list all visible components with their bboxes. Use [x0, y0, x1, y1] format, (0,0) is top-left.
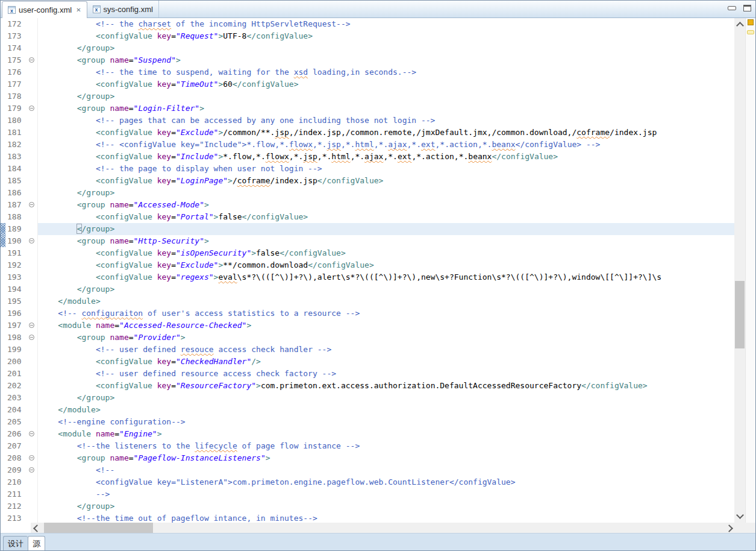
code-text[interactable]: <!-- <configValue key="Include">*.flow,*…: [38, 139, 734, 151]
code-line[interactable]: 198 <group name="Provider">: [1, 332, 734, 344]
tab-design[interactable]: 设计: [3, 536, 28, 550]
minimize-view-icon[interactable]: [728, 6, 736, 10]
code-text[interactable]: <!--engine configuration-->: [38, 416, 734, 428]
code-line[interactable]: 211 -->: [1, 488, 734, 500]
code-line[interactable]: 180 <!-- pages that can be accessed by a…: [1, 115, 734, 127]
code-text[interactable]: <configValue key="CheckedHandler"/>: [38, 356, 734, 368]
fold-column[interactable]: [28, 464, 38, 476]
vertical-scrollbar[interactable]: [734, 18, 745, 523]
fold-column[interactable]: [28, 54, 38, 66]
tab-sys-config-xml[interactable]: x sys-config.xml: [87, 1, 159, 17]
code-line[interactable]: 203 </group>: [1, 392, 734, 404]
code-line[interactable]: 193 <configValue key="regexs">eval\s*?\(…: [1, 271, 734, 283]
code-text[interactable]: </group>: [38, 500, 734, 512]
code-text[interactable]: -->: [38, 488, 734, 500]
code-text[interactable]: </group>: [38, 283, 734, 295]
code-text[interactable]: <configValue key="ResourceFactory">com.p…: [38, 380, 734, 392]
code-text[interactable]: <group name="Suspend">: [38, 54, 734, 66]
code-text[interactable]: </group>: [38, 223, 734, 235]
tab-source[interactable]: 源: [28, 536, 45, 550]
code-text[interactable]: <group name="Http-Security">: [38, 235, 734, 247]
code-line[interactable]: 194 </group>: [1, 283, 734, 295]
code-text[interactable]: <configValue key="LoginPage">/coframe/in…: [38, 175, 734, 187]
code-text[interactable]: <group name="Accessed-Mode">: [38, 199, 734, 211]
code-text[interactable]: <configValue key="TimeOut">60</configVal…: [38, 78, 734, 90]
collapse-icon[interactable]: [29, 431, 34, 436]
code-text[interactable]: <!-- user defined resouce access check h…: [38, 344, 734, 356]
horizontal-scrollbar[interactable]: [31, 523, 736, 533]
maximize-view-icon[interactable]: [743, 5, 751, 11]
code-line[interactable]: 186 </group>: [1, 187, 734, 199]
code-line[interactable]: 190 <group name="Http-Security">: [1, 235, 734, 247]
close-tab-icon[interactable]: ✕: [76, 7, 81, 13]
fold-column[interactable]: [28, 320, 38, 332]
code-text[interactable]: <module name="Accessed-Resource-Checked"…: [38, 320, 734, 332]
tab-user-config-xml[interactable]: x user-config.xml ✕: [2, 1, 87, 18]
code-text[interactable]: <!-- the charset of the incoming HttpSer…: [38, 18, 734, 30]
collapse-icon[interactable]: [29, 455, 34, 461]
collapse-icon[interactable]: [29, 57, 34, 63]
code-line[interactable]: 195 </module>: [1, 295, 734, 307]
code-text[interactable]: <configValue key="isOpenSecurity">false<…: [38, 247, 734, 259]
scroll-down-icon[interactable]: [736, 511, 744, 519]
code-line[interactable]: 209 <!--: [1, 464, 734, 476]
fold-column[interactable]: [28, 235, 38, 247]
code-text[interactable]: <group name="Login-Filter">: [38, 102, 734, 115]
code-line[interactable]: 187 <group name="Accessed-Mode">: [1, 199, 734, 211]
code-line[interactable]: 204 </module>: [1, 404, 734, 416]
horizontal-scrollbar-thumb[interactable]: [44, 523, 153, 533]
code-text[interactable]: <configValue key="ListenerA">com.primeto…: [38, 476, 734, 488]
code-line[interactable]: 191 <configValue key="isOpenSecurity">fa…: [1, 247, 734, 259]
code-line[interactable]: 192 <configValue key="Exclude">**/common…: [1, 259, 734, 271]
code-line[interactable]: 197 <module name="Accessed-Resource-Chec…: [1, 320, 734, 332]
code-line[interactable]: 212 </group>: [1, 500, 734, 512]
code-text[interactable]: </module>: [38, 295, 734, 307]
code-text[interactable]: <configValue key="Portal">false</configV…: [38, 211, 734, 223]
code-line[interactable]: 175 <group name="Suspend">: [1, 54, 734, 66]
code-text[interactable]: <!-- user defined resource access check …: [38, 368, 734, 380]
collapse-icon[interactable]: [29, 238, 34, 244]
collapse-icon[interactable]: [29, 467, 34, 473]
fold-column[interactable]: [28, 199, 38, 211]
scroll-right-icon[interactable]: [725, 524, 733, 532]
code-text[interactable]: <!-- the time to suspend, waiting for th…: [38, 66, 734, 78]
code-text[interactable]: <group name="Pageflow-InstanceListeners"…: [38, 452, 734, 464]
code-text[interactable]: <configValue key="regexs">eval\s*?\(([^\…: [38, 271, 734, 283]
code-line[interactable]: 176 <!-- the time to suspend, waiting fo…: [1, 66, 734, 78]
code-text[interactable]: <!-- the page to display when user not l…: [38, 163, 734, 175]
code-line[interactable]: 200 <configValue key="CheckedHandler"/>: [1, 356, 734, 368]
code-text[interactable]: <!-- configuraiton of user's access stat…: [38, 307, 734, 320]
code-line[interactable]: 207 <!--the listeners to the lifecycle o…: [1, 440, 734, 452]
collapse-icon[interactable]: [29, 335, 34, 340]
code-text[interactable]: <!--: [38, 464, 734, 476]
code-line[interactable]: 177 <configValue key="TimeOut">60</confi…: [1, 78, 734, 90]
code-line[interactable]: 183 <configValue key="Include">*.flow,*.…: [1, 151, 734, 163]
code-line[interactable]: 174 </group>: [1, 42, 734, 54]
code-text[interactable]: <!--the listeners to the lifecycle of pa…: [38, 440, 734, 452]
code-text[interactable]: <configValue key="Exclude">/common/**.js…: [38, 127, 734, 139]
code-text[interactable]: <configValue key="Exclude">**/common.dow…: [38, 259, 734, 271]
fold-column[interactable]: [28, 452, 38, 464]
code-line[interactable]: 213 <!--the time out of pageflow intance…: [1, 512, 734, 523]
spelling-marker[interactable]: [747, 30, 754, 34]
code-line[interactable]: 201 <!-- user defined resource access ch…: [1, 368, 734, 380]
vertical-scrollbar-thumb[interactable]: [735, 281, 745, 348]
scroll-up-icon[interactable]: [736, 22, 744, 30]
code-line[interactable]: 189 </group>: [1, 223, 734, 235]
code-text[interactable]: <configValue key="Request">UTF-8</config…: [38, 30, 734, 42]
code-line[interactable]: 173 <configValue key="Request">UTF-8</co…: [1, 30, 734, 42]
collapse-icon[interactable]: [29, 202, 34, 207]
code-text[interactable]: <configValue key="Include">*.flow,*.flow…: [38, 151, 734, 163]
code-text[interactable]: <!--the time out of pageflow intance, in…: [38, 512, 734, 523]
code-line[interactable]: 210 <configValue key="ListenerA">com.pri…: [1, 476, 734, 488]
collapse-icon[interactable]: [29, 323, 34, 328]
code-line[interactable]: 208 <group name="Pageflow-InstanceListen…: [1, 452, 734, 464]
code-line[interactable]: 196 <!-- configuraiton of user's access …: [1, 307, 734, 320]
code-text[interactable]: </group>: [38, 187, 734, 199]
occurrence-marker[interactable]: [748, 19, 754, 25]
code-line[interactable]: 188 <configValue key="Portal">false</con…: [1, 211, 734, 223]
code-line[interactable]: 178 </group>: [1, 90, 734, 102]
code-line[interactable]: 184 <!-- the page to display when user n…: [1, 163, 734, 175]
code-line[interactable]: 206 <module name="Engine">: [1, 428, 734, 440]
code-line[interactable]: 181 <configValue key="Exclude">/common/*…: [1, 127, 734, 139]
